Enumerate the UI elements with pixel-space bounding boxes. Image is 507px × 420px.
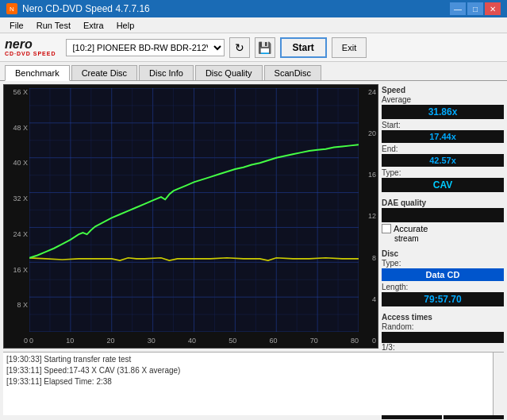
y-axis-left: 56 X 48 X 40 X 32 X 24 X 16 X 8 X 0 bbox=[6, 85, 28, 348]
menu-extra[interactable]: Extra bbox=[77, 19, 110, 32]
tab-disc-info[interactable]: Disc Info bbox=[139, 65, 194, 80]
end-value: 42.57x bbox=[382, 154, 504, 167]
y-label-0: 0 bbox=[6, 337, 28, 345]
exit-button[interactable]: Exit bbox=[332, 37, 367, 58]
dae-header: DAE quality bbox=[382, 198, 504, 207]
x-label-80: 80 bbox=[351, 337, 359, 345]
drive-select[interactable]: [10:2] PIONEER BD-RW BDR-212V 1.00 bbox=[66, 39, 225, 56]
right-panel: Speed Average 31.86x Start: 17.44x End: … bbox=[380, 81, 507, 352]
accurate-stream-row: Accurate bbox=[382, 224, 504, 233]
titlebar: N Nero CD-DVD Speed 4.7.7.16 — □ ✕ bbox=[0, 0, 507, 17]
cdspeed-text: CD·DVD SPEED bbox=[5, 51, 56, 56]
disc-header: Disc bbox=[382, 249, 504, 258]
x-label-10: 10 bbox=[66, 337, 74, 345]
log-area: [19:30:33] Starting transfer rate test [… bbox=[3, 352, 504, 415]
x-label-0: 0 bbox=[29, 337, 33, 345]
x-label-70: 70 bbox=[310, 337, 318, 345]
chart-area: 56 X 48 X 40 X 32 X 24 X 16 X 8 X 0 24 2… bbox=[3, 84, 378, 349]
log-line-2: [19:33:11] Speed:17-43 X CAV (31.86 X av… bbox=[6, 365, 490, 376]
x-axis: 0 10 20 30 40 50 60 70 80 bbox=[29, 337, 359, 345]
log-content[interactable]: [19:30:33] Starting transfer rate test [… bbox=[3, 353, 493, 415]
menu-file[interactable]: File bbox=[3, 19, 30, 32]
x-label-20: 20 bbox=[106, 337, 114, 345]
minimize-button[interactable]: — bbox=[450, 2, 466, 15]
access-header: Access times bbox=[382, 313, 504, 322]
type-label: Type: bbox=[382, 168, 504, 177]
x-label-40: 40 bbox=[188, 337, 196, 345]
disc-type-value: Data CD bbox=[382, 268, 504, 281]
log-line-3: [19:33:11] Elapsed Time: 2:38 bbox=[6, 376, 490, 387]
start-label: Start: bbox=[382, 121, 504, 129]
disc-length-value: 79:57.70 bbox=[382, 292, 504, 306]
y-label-56: 56 X bbox=[6, 88, 28, 96]
start-button[interactable]: Start bbox=[280, 37, 327, 58]
one-third-label: 1/3: bbox=[382, 343, 504, 352]
chart-svg-container bbox=[29, 88, 359, 332]
app-title: Nero CD-DVD Speed 4.7.7.16 bbox=[22, 3, 150, 14]
speed-section: Speed Average 31.86x Start: 17.44x End: … bbox=[382, 84, 504, 192]
tab-scan-disc[interactable]: ScanDisc bbox=[264, 65, 321, 80]
random-label: Random: bbox=[382, 322, 504, 331]
y-label-32: 32 X bbox=[6, 195, 28, 202]
chart-svg bbox=[29, 88, 359, 332]
app-icon: N bbox=[6, 3, 17, 14]
save-button[interactable]: 💾 bbox=[255, 37, 275, 58]
disc-section: Disc Type: Data CD Length: 79:57.70 bbox=[382, 248, 504, 306]
tab-create-disc[interactable]: Create Disc bbox=[71, 65, 137, 80]
disc-length-label: Length: bbox=[382, 283, 504, 291]
y-label-40: 40 X bbox=[6, 159, 28, 167]
nero-text: nero bbox=[5, 38, 56, 51]
dae-value bbox=[382, 208, 504, 222]
maximize-button[interactable]: □ bbox=[467, 2, 483, 15]
chart-and-panel: 56 X 48 X 40 X 32 X 24 X 16 X 8 X 0 24 2… bbox=[0, 81, 507, 352]
tab-benchmark[interactable]: Benchmark bbox=[5, 65, 70, 81]
y-label-24: 24 X bbox=[6, 230, 28, 238]
toolbar: nero CD·DVD SPEED [10:2] PIONEER BD-RW B… bbox=[0, 33, 507, 62]
y-label-16: 16 X bbox=[6, 266, 28, 274]
random-value bbox=[382, 332, 504, 343]
x-label-60: 60 bbox=[269, 337, 277, 345]
type-value: CAV bbox=[382, 178, 504, 192]
close-button[interactable]: ✕ bbox=[485, 2, 501, 15]
y-label-8: 8 X bbox=[6, 301, 28, 309]
menu-run-test[interactable]: Run Test bbox=[30, 19, 77, 32]
x-label-50: 50 bbox=[229, 337, 236, 345]
tabs-bar: Benchmark Create Disc Disc Info Disc Qua… bbox=[0, 62, 507, 81]
window-controls[interactable]: — □ ✕ bbox=[450, 2, 501, 15]
average-value: 31.86x bbox=[382, 105, 504, 119]
y-label-48: 48 X bbox=[6, 124, 28, 132]
log-line-1: [19:30:33] Starting transfer rate test bbox=[6, 354, 490, 365]
end-label: End: bbox=[382, 144, 504, 153]
content-wrapper: 56 X 48 X 40 X 32 X 24 X 16 X 8 X 0 24 2… bbox=[0, 81, 507, 418]
nero-logo: nero CD·DVD SPEED bbox=[5, 38, 56, 56]
start-value: 17.44x bbox=[382, 130, 504, 143]
accurate-stream-checkbox[interactable] bbox=[382, 224, 391, 233]
refresh-button[interactable]: ↻ bbox=[229, 37, 250, 58]
dae-section: DAE quality Accurate stream bbox=[382, 197, 504, 243]
tab-disc-quality[interactable]: Disc Quality bbox=[195, 65, 263, 80]
accurate-label: Accurate bbox=[394, 224, 428, 233]
menu-help[interactable]: Help bbox=[110, 19, 141, 32]
x-label-30: 30 bbox=[148, 337, 156, 345]
stream-label: stream bbox=[394, 234, 419, 243]
disc-type-label: Type: bbox=[382, 259, 504, 268]
speed-header: Speed bbox=[382, 86, 504, 94]
average-label: Average bbox=[382, 95, 504, 104]
menubar: File Run Test Extra Help bbox=[0, 17, 507, 33]
log-scrollbar[interactable] bbox=[493, 353, 504, 415]
